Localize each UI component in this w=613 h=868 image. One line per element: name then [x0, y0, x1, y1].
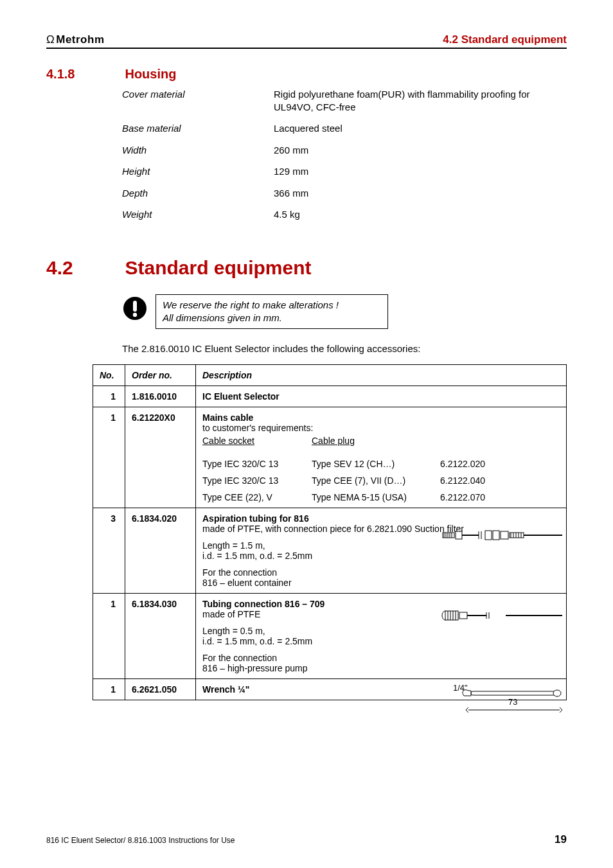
spec-row: Cover material Rigid polyurethane foam(P…	[122, 88, 567, 113]
subsection-number: 4.1.8	[46, 67, 122, 82]
note-block: We reserve the right to make alterations…	[122, 294, 567, 330]
note-line: All dimensions given in mm.	[163, 312, 381, 324]
cable-partno: 6.2122.070	[440, 492, 504, 502]
desc-body: For the connection 816 – eluent containe…	[202, 567, 560, 588]
cell-no: 1	[93, 679, 125, 700]
spec-value: 129 mm	[274, 165, 567, 178]
svg-rect-9	[456, 531, 462, 539]
cell-order: 6.2621.050	[125, 679, 196, 700]
svg-rect-24	[445, 611, 458, 620]
tubing-illustration-icon	[435, 608, 564, 625]
svg-rect-34	[471, 691, 557, 695]
spec-row: Width 260 mm	[122, 144, 567, 157]
cable-socket: Type IEC 320/C 13	[202, 459, 312, 469]
cell-order: 6.1834.020	[125, 508, 196, 594]
cable-plug: Type SEV 12 (CH…)	[312, 459, 440, 469]
desc-body: For the connection 816 – high-pressure p…	[202, 653, 560, 673]
table-header-row: No. Order no. Description	[93, 365, 567, 386]
page-number: 19	[555, 833, 567, 846]
cell-desc: Wrench ¼" 1/4" 73	[196, 679, 567, 700]
cell-no: 1	[93, 386, 125, 407]
svg-rect-1	[133, 301, 137, 312]
spec-row: Height 129 mm	[122, 165, 567, 178]
section-heading: 4.2 Standard equipment	[46, 257, 567, 279]
svg-rect-16	[510, 533, 524, 538]
svg-point-35	[553, 690, 561, 696]
table-row: 1 6.2621.050 Wrench ¼" 1/4" 73	[93, 679, 567, 700]
cell-order: 6.21220X0	[125, 407, 196, 508]
desc-sub: to customer's requirements:	[202, 423, 560, 433]
tubing-illustration-icon	[435, 527, 564, 545]
cell-desc: Mains cable to customer's requirements: …	[196, 407, 567, 508]
desc-title: Mains cable	[202, 412, 253, 423]
wrench-length-label: 73	[508, 697, 517, 707]
spec-list: Cover material Rigid polyurethane foam(P…	[122, 88, 567, 221]
spec-value: 4.5 kg	[274, 208, 567, 221]
col-desc: Description	[196, 365, 567, 386]
cell-order: 1.816.0010	[125, 386, 196, 407]
svg-point-2	[133, 312, 137, 316]
section-number: 4.2	[46, 257, 122, 279]
col-no: No.	[93, 365, 125, 386]
footer-text: 816 IC Eluent Selector/ 8.816.1003 Instr…	[46, 836, 235, 845]
brand-logo: ΩMetrohm	[46, 33, 105, 46]
spec-label: Width	[122, 144, 274, 157]
subsection-title: Housing	[125, 67, 176, 82]
subsection-heading: 4.1.8 Housing	[46, 67, 567, 82]
footer: 816 IC Eluent Selector/ 8.816.1003 Instr…	[46, 833, 567, 846]
svg-rect-3	[443, 533, 454, 538]
cell-desc: IC Eluent Selector	[196, 386, 567, 407]
desc-title: Aspiration tubing for 816	[202, 513, 309, 524]
section-title: Standard equipment	[125, 257, 311, 279]
cell-no: 1	[93, 594, 125, 679]
note-line: We reserve the right to make alterations…	[163, 299, 381, 312]
svg-rect-15	[501, 531, 508, 539]
table-row: 1 6.21220X0 Mains cable to customer's re…	[93, 407, 567, 508]
cell-desc: Tubing connection 816 – 709 made of PTFE…	[196, 594, 567, 679]
note-box: We reserve the right to make alterations…	[155, 294, 388, 330]
cable-plug-head: Cable plug	[312, 436, 440, 446]
cell-no: 1	[93, 407, 125, 508]
brand-omega-icon: Ω	[46, 33, 55, 46]
table-row: 3 6.1834.020 Aspiration tubing for 816 m…	[93, 508, 567, 594]
equipment-table: No. Order no. Description 1 1.816.0010 I…	[93, 364, 567, 700]
brand-name: Metrohm	[56, 33, 104, 46]
header-bar: ΩMetrohm 4.2 Standard equipment	[46, 33, 567, 49]
spec-value: 260 mm	[274, 144, 567, 157]
spec-row: Depth 366 mm	[122, 187, 567, 200]
spec-row: Base material Lacquered steel	[122, 122, 567, 135]
warning-icon	[122, 294, 155, 321]
intro-text: The 2.816.0010 IC Eluent Selector includ…	[122, 343, 567, 354]
desc-title: Tubing connection 816 – 709	[202, 599, 324, 609]
spec-value: 366 mm	[274, 187, 567, 200]
header-section-ref: 4.2 Standard equipment	[443, 33, 567, 46]
table-row: 1 1.816.0010 IC Eluent Selector	[93, 386, 567, 407]
cable-socket: Type CEE (22), V	[202, 492, 312, 502]
col-order: Order no.	[125, 365, 196, 386]
desc-body: Length = 0.5 m, i.d. = 1.5 mm, o.d. = 2.…	[202, 626, 560, 646]
cable-plug: Type CEE (7), VII (D…)	[312, 475, 440, 486]
cable-socket: Type IEC 320/C 13	[202, 475, 312, 486]
cable-socket-head: Cable socket	[202, 436, 312, 446]
table-row: 1 6.1834.030 Tubing connection 816 – 709…	[93, 594, 567, 679]
spec-label: Cover material	[122, 88, 274, 113]
cable-partno: 6.2122.020	[440, 459, 504, 469]
desc-title: Wrench ¼"	[202, 684, 249, 695]
svg-rect-29	[459, 612, 467, 619]
desc-title: IC Eluent Selector	[202, 391, 280, 402]
cable-partno: 6.2122.040	[440, 475, 504, 486]
svg-rect-13	[485, 531, 492, 540]
spec-label: Height	[122, 165, 274, 178]
cable-plug: Type NEMA 5-15 (USA)	[312, 492, 440, 502]
spec-label: Base material	[122, 122, 274, 135]
spec-label: Weight	[122, 208, 274, 221]
svg-rect-14	[493, 531, 499, 540]
spec-value: Lacquered steel	[274, 122, 567, 135]
cell-order: 6.1834.030	[125, 594, 196, 679]
spec-value: Rigid polyurethane foam(PUR) with flamma…	[274, 88, 567, 113]
cell-desc: Aspiration tubing for 816 made of PTFE, …	[196, 508, 567, 594]
spec-row: Weight 4.5 kg	[122, 208, 567, 221]
page: ΩMetrohm 4.2 Standard equipment 4.1.8 Ho…	[0, 0, 613, 868]
wrench-illustration-icon: 1/4" 73	[422, 682, 564, 718]
cell-no: 3	[93, 508, 125, 594]
